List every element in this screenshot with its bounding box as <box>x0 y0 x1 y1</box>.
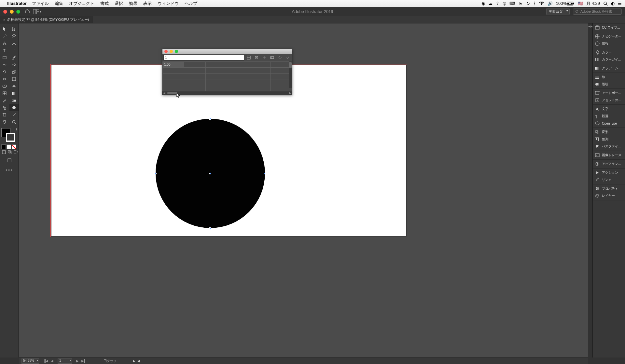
last-artboard-button[interactable]: ▶▌ <box>80 359 87 363</box>
rectangle-tool[interactable] <box>0 54 9 61</box>
notification-icon[interactable]: ☰ <box>618 1 622 6</box>
edit-toolbar-button[interactable]: ••• <box>0 167 19 173</box>
symbol-sprayer-tool[interactable] <box>0 104 9 111</box>
pen-tool[interactable] <box>0 40 9 47</box>
rotate-tool[interactable] <box>0 68 9 75</box>
data-cell-0-4[interactable] <box>249 62 270 68</box>
panel-stroke[interactable]: 線 <box>593 74 625 81</box>
first-artboard-button[interactable]: ▐◀ <box>42 359 49 363</box>
panel-pathfinder[interactable]: パスファイ... <box>593 143 625 150</box>
selection-anchor-center[interactable] <box>209 173 211 174</box>
revert-button[interactable] <box>277 55 283 61</box>
input-source-icon[interactable]: 🇺🇸 <box>578 1 583 6</box>
status-arrow-left[interactable]: ◀ <box>137 359 140 363</box>
panel-minimize-button[interactable] <box>170 50 173 53</box>
document-tab[interactable]: × 名称未設定-7* @ 54.65% (CMYK/GPU プレビュー) <box>0 16 92 23</box>
graph-tool[interactable] <box>9 104 19 111</box>
canvas-area[interactable]: 1.00 ◀ ▶ <box>19 23 588 357</box>
right-panel-collapse-strip[interactable]: ◀◀ <box>588 23 592 357</box>
shape-builder-tool[interactable] <box>0 83 9 90</box>
selection-anchor-left[interactable] <box>155 173 157 174</box>
dropbox-icon[interactable]: ⇪ <box>496 1 499 6</box>
panel-close-button[interactable] <box>164 50 168 53</box>
panel-actions[interactable]: アクション <box>593 169 625 176</box>
record-icon[interactable]: ◉ <box>481 1 485 6</box>
panel-artboards[interactable]: アートボー... <box>593 89 625 97</box>
panel-asset-export[interactable]: アセットの... <box>593 97 625 104</box>
grid-scrollbar-vertical[interactable] <box>289 61 292 88</box>
panel-color[interactable]: カラー <box>593 49 625 56</box>
panel-navigator[interactable]: ナビゲーター <box>593 33 625 40</box>
cc-icon[interactable]: ◎ <box>503 1 506 6</box>
shield-icon[interactable]: ⛨ <box>519 1 523 6</box>
menu-edit[interactable]: 編集 <box>55 1 63 7</box>
switch-xy-button[interactable] <box>261 55 268 61</box>
panel-zoom-button[interactable] <box>175 50 178 53</box>
hand-tool[interactable] <box>0 118 9 126</box>
panel-character[interactable]: A文字 <box>593 105 625 113</box>
bluetooth-icon[interactable]: ᚼ <box>533 1 536 6</box>
mesh-tool[interactable] <box>0 90 9 97</box>
data-cell-0-2[interactable] <box>206 62 227 68</box>
zoom-level-field[interactable]: 54.65% <box>21 358 39 364</box>
line-tool[interactable] <box>9 47 19 54</box>
fill-stroke-swatches[interactable]: ⤹ <box>0 128 19 144</box>
eyedropper-tool[interactable] <box>0 97 9 104</box>
volume-icon[interactable]: 🔊 <box>548 1 553 6</box>
transpose-button[interactable] <box>253 55 260 61</box>
maximize-window-button[interactable] <box>16 10 20 14</box>
color-mode-solid[interactable] <box>1 144 6 149</box>
close-tab-icon[interactable]: × <box>3 18 5 22</box>
free-transform-tool[interactable] <box>9 75 19 83</box>
battery-icon[interactable]: 100% <box>556 1 575 6</box>
panel-appearance[interactable]: アピアラン... <box>593 160 625 168</box>
blend-tool[interactable] <box>9 97 19 104</box>
panel-paragraph[interactable]: ¶段落 <box>593 113 625 120</box>
app-name[interactable]: Illustrator <box>7 1 27 6</box>
siri-icon[interactable]: ◐ <box>611 1 615 6</box>
data-cell-0-0[interactable]: 1.00 <box>163 62 184 68</box>
menu-help[interactable]: ヘルプ <box>185 1 197 7</box>
data-cell-4-0[interactable] <box>163 85 184 91</box>
status-arrow-right[interactable]: ▶ <box>133 359 135 363</box>
menubar-clock[interactable]: 月 4:29 <box>586 1 600 7</box>
perspective-grid-tool[interactable] <box>9 83 19 90</box>
menu-select[interactable]: 選択 <box>115 1 123 7</box>
magic-wand-tool[interactable] <box>0 33 9 40</box>
menu-file[interactable]: ファイル <box>32 1 49 7</box>
line-icon[interactable]: ☁ <box>488 1 493 6</box>
menu-object[interactable]: オブジェクト <box>69 1 94 7</box>
swap-fill-stroke-icon[interactable]: ⤹ <box>15 128 18 131</box>
spotlight-icon[interactable] <box>603 1 608 6</box>
data-cell-0-3[interactable] <box>227 62 249 68</box>
panel-info[interactable]: i情報 <box>593 40 625 47</box>
wifi-icon[interactable] <box>539 2 544 6</box>
grid-scrollbar-horizontal[interactable]: ◀ ▶ <box>162 91 292 95</box>
data-cell-2-0[interactable] <box>163 74 184 79</box>
zoom-tool[interactable] <box>9 118 19 126</box>
width-tool[interactable] <box>0 75 9 83</box>
selection-anchor-top[interactable] <box>209 118 211 120</box>
workspace-switcher[interactable]: 初期設定 <box>546 8 570 15</box>
timemachine-icon[interactable]: ↻ <box>526 1 530 6</box>
data-cell-3-0[interactable] <box>163 79 184 85</box>
lasso-tool[interactable] <box>9 33 19 40</box>
scale-tool[interactable] <box>9 68 19 75</box>
menu-window[interactable]: ウィンドウ <box>158 1 179 7</box>
type-tool[interactable]: T <box>0 47 9 54</box>
arrange-documents-icon[interactable]: ▾ <box>33 9 41 14</box>
close-window-button[interactable] <box>3 10 7 14</box>
apply-button[interactable] <box>285 55 291 61</box>
screen-mode-button[interactable] <box>5 157 14 164</box>
eraser-tool[interactable] <box>9 61 19 68</box>
next-artboard-button[interactable]: ▶ <box>75 359 80 363</box>
selection-anchor-right[interactable] <box>264 173 265 174</box>
panel-color-guide[interactable]: カラーガイ... <box>593 56 625 63</box>
panel-opentype[interactable]: OpenType <box>593 120 625 127</box>
data-cell-1-0[interactable] <box>163 68 184 74</box>
home-icon[interactable] <box>25 8 30 15</box>
panel-layers[interactable]: レイヤー <box>593 192 625 199</box>
cell-style-button[interactable] <box>269 55 275 61</box>
draw-normal-icon[interactable] <box>1 150 7 155</box>
paintbrush-tool[interactable] <box>9 54 19 61</box>
